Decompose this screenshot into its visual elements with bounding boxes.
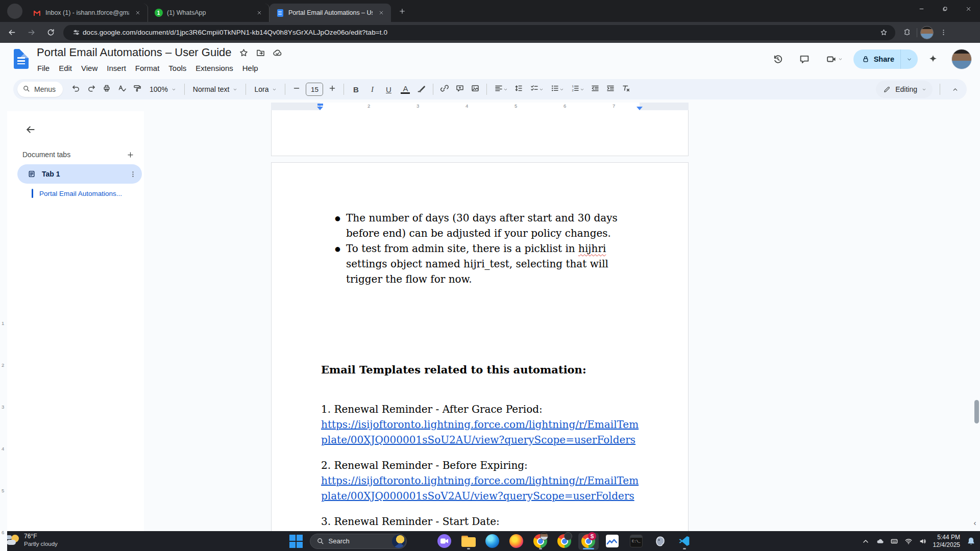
font-family-dropdown[interactable]: Lora xyxy=(250,82,281,96)
menu-format[interactable]: Format xyxy=(131,62,164,74)
tab-options-kebab-icon[interactable] xyxy=(129,170,137,178)
maximize-window-button[interactable] xyxy=(933,0,957,17)
numbered-list-button[interactable]: 12 xyxy=(568,82,587,96)
browser-tab[interactable]: 1(1) WhatsApp xyxy=(148,4,270,22)
terminal-icon[interactable]: C:\_ xyxy=(626,533,647,550)
editing-mode-dropdown[interactable]: Editing xyxy=(876,81,933,98)
zoom-dropdown[interactable]: 100% xyxy=(145,82,180,96)
cloud-save-status-icon[interactable] xyxy=(273,48,282,58)
bold-button[interactable]: B xyxy=(348,82,363,96)
taskbar-search[interactable]: Search xyxy=(310,534,407,549)
menu-insert[interactable]: Insert xyxy=(102,62,131,74)
menu-help[interactable]: Help xyxy=(238,62,263,74)
onedrive-icon[interactable] xyxy=(876,537,884,545)
chrome-salesforce-icon[interactable]: S xyxy=(578,533,599,550)
close-sidebar-back-button[interactable] xyxy=(21,120,40,139)
tab-search-button[interactable] xyxy=(7,4,22,19)
start-button[interactable] xyxy=(286,533,306,550)
back-button[interactable] xyxy=(4,25,19,40)
collapse-toolbar-button[interactable] xyxy=(947,82,963,97)
menu-file[interactable]: File xyxy=(33,62,54,74)
text-color-button[interactable]: A xyxy=(397,82,413,96)
tab-close-icon[interactable] xyxy=(133,8,142,17)
browser-tab[interactable]: Inbox (1) - ishann.tforce@gmai xyxy=(27,4,148,22)
microsoft-edge-icon[interactable] xyxy=(482,533,503,550)
comments-icon[interactable] xyxy=(793,48,816,70)
chrome-robot-icon[interactable] xyxy=(554,533,575,550)
align-left-button[interactable] xyxy=(491,82,510,96)
add-comment-button[interactable] xyxy=(453,82,467,96)
page-current[interactable]: The number of days (30 days after start … xyxy=(271,162,689,531)
styles-dropdown[interactable]: Normal text xyxy=(189,82,242,96)
font-size-increase-button[interactable] xyxy=(325,82,339,96)
volume-icon[interactable] xyxy=(919,537,927,545)
taskbar-clock[interactable]: 5:44 PM 12/4/2025 xyxy=(933,534,960,548)
insert-image-button[interactable] xyxy=(468,82,482,96)
touch-keyboard-icon[interactable] xyxy=(890,537,898,545)
font-size-value[interactable]: 15 xyxy=(306,83,323,96)
add-document-tab-button[interactable] xyxy=(124,148,137,161)
decrease-indent-button[interactable] xyxy=(588,82,602,96)
firefox-icon[interactable] xyxy=(506,533,527,550)
new-tab-button[interactable] xyxy=(395,4,409,18)
star-document-icon[interactable] xyxy=(239,48,249,58)
vscode-icon[interactable] xyxy=(674,533,695,550)
highlight-color-button[interactable] xyxy=(414,82,429,96)
share-button[interactable]: Share xyxy=(853,49,918,69)
video-call-button[interactable] xyxy=(820,48,849,70)
browser-menu-kebab-icon[interactable] xyxy=(937,26,950,39)
italic-button[interactable]: I xyxy=(364,82,380,96)
doc-title[interactable]: Portal Email Automations – User Guide xyxy=(37,46,232,59)
gemini-sparkle-icon[interactable] xyxy=(922,48,944,70)
forward-button[interactable] xyxy=(23,25,39,40)
close-window-button[interactable] xyxy=(957,0,980,17)
page-content[interactable]: The number of days (30 days after start … xyxy=(272,163,688,529)
url-omnibox[interactable]: docs.google.com/document/d/1jpc3R6Cmpii0… xyxy=(63,25,895,40)
outline-item[interactable]: Portal Email Automations... xyxy=(32,189,142,198)
search-highlight-image[interactable] xyxy=(392,535,405,548)
right-indent-marker[interactable] xyxy=(636,107,643,110)
browser-tab[interactable]: Portal Email Automations – Use xyxy=(270,4,391,22)
scrollbar-thumb[interactable] xyxy=(974,400,979,423)
browser-profile-avatar[interactable] xyxy=(920,26,934,39)
spellcheck-button[interactable] xyxy=(115,82,129,96)
tab-close-icon[interactable] xyxy=(377,8,386,17)
underline-button[interactable]: U xyxy=(381,82,396,96)
task-manager-icon[interactable] xyxy=(602,533,623,550)
chevron-up-icon[interactable] xyxy=(862,537,870,545)
google-docs-logo-icon[interactable] xyxy=(14,49,29,69)
share-dropdown[interactable] xyxy=(900,49,918,69)
task-view-icon[interactable] xyxy=(410,533,431,550)
site-info-icon[interactable] xyxy=(69,26,83,39)
extensions-puzzle-icon[interactable] xyxy=(900,26,914,39)
video-chat-app-icon[interactable] xyxy=(434,533,455,550)
bookmark-star-icon[interactable] xyxy=(877,26,890,39)
minimize-window-button[interactable] xyxy=(910,0,933,17)
tab-close-icon[interactable] xyxy=(255,8,264,17)
document-tab-item[interactable]: Tab 1 xyxy=(17,164,142,184)
version-history-icon[interactable] xyxy=(767,48,789,70)
chrome-profile-icon[interactable] xyxy=(530,533,551,550)
template-link[interactable]: https://isijoftoronto.lightning.force.co… xyxy=(321,474,639,502)
menu-edit[interactable]: Edit xyxy=(54,62,77,74)
increase-indent-button[interactable] xyxy=(603,82,618,96)
checklist-button[interactable] xyxy=(527,82,546,96)
notification-bell-icon[interactable] xyxy=(966,536,976,546)
bulleted-list-button[interactable] xyxy=(547,82,567,96)
postgresql-icon[interactable] xyxy=(650,533,671,550)
paint-format-button[interactable] xyxy=(130,82,144,96)
template-link[interactable]: https://isijoftoronto.lightning.force.co… xyxy=(321,418,639,446)
menu-view[interactable]: View xyxy=(77,62,102,74)
menu-tools[interactable]: Tools xyxy=(164,62,191,74)
horizontal-ruler[interactable]: 1234567 xyxy=(0,101,980,111)
menu-extensions[interactable]: Extensions xyxy=(191,62,237,74)
font-size-decrease-button[interactable] xyxy=(289,82,304,96)
reload-button[interactable] xyxy=(43,25,58,40)
first-line-indent-marker[interactable] xyxy=(317,104,323,106)
file-explorer-icon[interactable] xyxy=(458,533,479,550)
side-panel-collapse-icon[interactable]: ‹ xyxy=(971,518,978,527)
vertical-scrollbar[interactable] xyxy=(974,111,979,531)
move-folder-icon[interactable] xyxy=(256,48,265,58)
left-indent-marker[interactable] xyxy=(317,107,323,110)
line-spacing-button[interactable] xyxy=(511,82,526,96)
